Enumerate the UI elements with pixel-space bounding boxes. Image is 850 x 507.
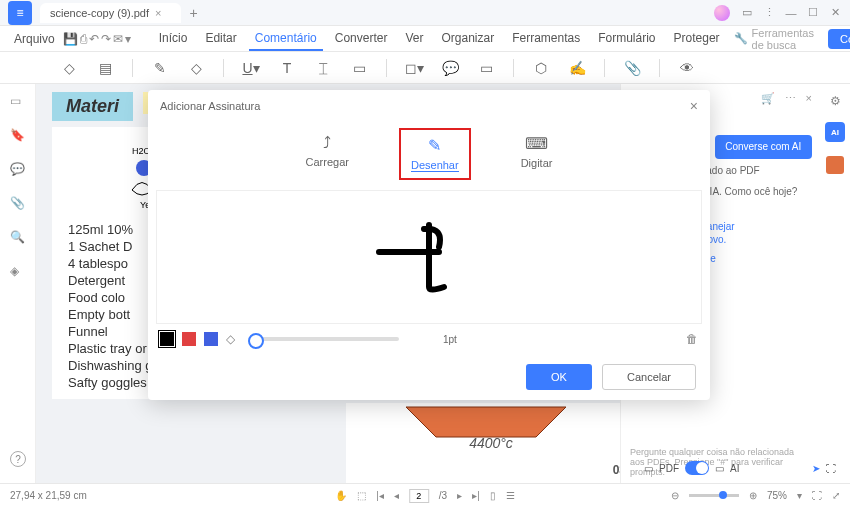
menu-ver[interactable]: Ver xyxy=(399,27,429,51)
main-menu: Início Editar Comentário Converter Ver O… xyxy=(153,27,726,51)
tab-title: science-copy (9).pdf xyxy=(50,7,149,19)
zoom-value: 75% xyxy=(767,490,787,501)
note-icon[interactable]: ▤ xyxy=(96,59,114,77)
draw-tab[interactable]: ✎ Desenhar xyxy=(399,128,471,180)
menu-organizar[interactable]: Organizar xyxy=(435,27,500,51)
textbox-icon[interactable]: ⌶ xyxy=(314,59,332,77)
signature-icon[interactable]: ✍ xyxy=(568,59,586,77)
undo-icon[interactable]: ↶ xyxy=(89,29,99,49)
bookmark-icon[interactable]: 🔖 xyxy=(10,128,26,144)
left-rail: ▭ 🔖 💬 📎 🔍 ◈ xyxy=(0,84,36,483)
page-number: 03 xyxy=(613,463,620,477)
zoom-slider[interactable] xyxy=(689,494,739,497)
page-illustration: 4400°c 03 xyxy=(346,403,620,483)
zoom-in-icon[interactable]: ⊕ xyxy=(749,490,757,501)
keyboard-icon: ⌨ xyxy=(525,134,548,153)
cart-icon[interactable]: 🛒 xyxy=(761,92,775,105)
next-page-icon[interactable]: ▸ xyxy=(457,490,462,501)
menu-converter[interactable]: Converter xyxy=(329,27,394,51)
color-red-swatch[interactable] xyxy=(182,332,196,346)
text-icon[interactable]: T xyxy=(278,59,296,77)
menu-inicio[interactable]: Início xyxy=(153,27,194,51)
highlight-icon[interactable]: ◇ xyxy=(60,59,78,77)
comment-icon[interactable]: 💬 xyxy=(441,59,459,77)
thumbnails-icon[interactable]: ▭ xyxy=(10,94,26,110)
add-signature-modal: Adicionar Assinatura × ⤴ Carregar ✎ Dese… xyxy=(148,90,710,400)
layers-icon[interactable]: ◈ xyxy=(10,264,26,280)
dropdown-icon[interactable]: ▾ xyxy=(125,29,131,49)
underline-icon[interactable]: U▾ xyxy=(242,59,260,77)
first-page-icon[interactable]: |◂ xyxy=(376,490,384,501)
callout-icon[interactable]: ▭ xyxy=(350,59,368,77)
page-input[interactable] xyxy=(409,489,429,503)
sticky-icon[interactable]: ▭ xyxy=(477,59,495,77)
zoom-dropdown-icon[interactable]: ▾ xyxy=(797,490,802,501)
shape-icon[interactable]: ◻▾ xyxy=(405,59,423,77)
show-comments-icon[interactable]: 👁 xyxy=(678,59,696,77)
message-icon[interactable]: ▭ xyxy=(738,4,756,22)
save-icon[interactable]: 💾 xyxy=(63,29,78,49)
stamp-icon[interactable]: ⬡ xyxy=(532,59,550,77)
eraser-icon[interactable]: ◇ xyxy=(187,59,205,77)
close-tab-icon[interactable]: × xyxy=(155,7,161,19)
pdf-mode-icon: ▭ xyxy=(644,463,653,474)
last-page-icon[interactable]: ▸| xyxy=(472,490,480,501)
menu-proteger[interactable]: Proteger xyxy=(668,27,726,51)
fullscreen-icon[interactable]: ⤢ xyxy=(832,490,840,501)
comments-panel-icon[interactable]: 💬 xyxy=(10,162,26,178)
attachments-panel-icon[interactable]: 📎 xyxy=(10,196,26,212)
app-logo: ≡ xyxy=(8,1,32,25)
minimize-button[interactable]: ― xyxy=(782,4,800,22)
help-icon[interactable]: ? xyxy=(10,451,26,467)
settings-icon[interactable]: ⚙ xyxy=(830,94,841,108)
expand-icon[interactable]: ⛶ xyxy=(826,463,836,474)
attachment-icon[interactable]: 📎 xyxy=(623,59,641,77)
color-blue-swatch[interactable] xyxy=(204,332,218,346)
more-icon[interactable]: ⋮ xyxy=(760,4,778,22)
document-tab[interactable]: science-copy (9).pdf × xyxy=(40,3,181,23)
redo-icon[interactable]: ↷ xyxy=(101,29,111,49)
menu-comentario[interactable]: Comentário xyxy=(249,27,323,51)
clear-signature-button[interactable]: 🗑 xyxy=(686,332,698,346)
ai-badge-icon[interactable]: AI xyxy=(825,122,845,142)
file-menu[interactable]: Arquivo xyxy=(8,32,61,46)
upload-tab[interactable]: ⤴ Carregar xyxy=(296,128,359,180)
single-page-icon[interactable]: ▯ xyxy=(490,490,496,501)
menu-formulario[interactable]: Formulário xyxy=(592,27,661,51)
cancel-button[interactable]: Cancelar xyxy=(602,364,696,390)
ok-button[interactable]: OK xyxy=(526,364,592,390)
search-icon[interactable]: 🔍 xyxy=(10,230,26,246)
thickness-value: 1pt xyxy=(443,334,457,345)
menu-ferramentas[interactable]: Ferramentas xyxy=(506,27,586,51)
hand-tool-icon[interactable]: ✋ xyxy=(335,490,347,501)
pencil-icon[interactable]: ✎ xyxy=(151,59,169,77)
share-button[interactable]: Compartilhe xyxy=(828,29,850,49)
mail-icon[interactable]: ✉ xyxy=(113,29,123,49)
menu-editar[interactable]: Editar xyxy=(199,27,242,51)
modal-title: Adicionar Assinatura xyxy=(160,100,260,112)
converse-ai-button[interactable]: Converse com AI xyxy=(715,135,813,159)
send-icon[interactable]: ➤ xyxy=(812,463,820,474)
print-icon[interactable]: ⎙ xyxy=(80,29,87,49)
ai-mode-icon: ▭ xyxy=(715,463,724,474)
color-black-swatch[interactable] xyxy=(160,332,174,346)
signature-canvas[interactable] xyxy=(156,190,702,324)
close-window-button[interactable]: ✕ xyxy=(826,4,844,22)
tool-search[interactable]: 🔧 Ferramentas de busca xyxy=(734,27,814,51)
eraser-tool-icon[interactable]: ◇ xyxy=(226,332,235,346)
fit-page-icon[interactable]: ⛶ xyxy=(812,490,822,501)
maximize-button[interactable]: ☐ xyxy=(804,4,822,22)
type-tab[interactable]: ⌨ Digitar xyxy=(511,128,563,180)
zoom-out-icon[interactable]: ⊖ xyxy=(671,490,679,501)
user-avatar-icon[interactable] xyxy=(714,5,730,21)
continuous-icon[interactable]: ☰ xyxy=(506,490,515,501)
thickness-slider[interactable] xyxy=(249,337,399,341)
mode-toggle[interactable] xyxy=(685,461,709,475)
panel-more-icon[interactable]: ⋯ xyxy=(785,92,796,105)
modal-close-button[interactable]: × xyxy=(690,98,698,114)
select-tool-icon[interactable]: ⬚ xyxy=(357,490,366,501)
new-tab-button[interactable]: + xyxy=(189,5,197,21)
prev-page-icon[interactable]: ◂ xyxy=(394,490,399,501)
panel-close-icon[interactable]: × xyxy=(806,92,812,105)
app-badge-icon[interactable] xyxy=(826,156,844,174)
